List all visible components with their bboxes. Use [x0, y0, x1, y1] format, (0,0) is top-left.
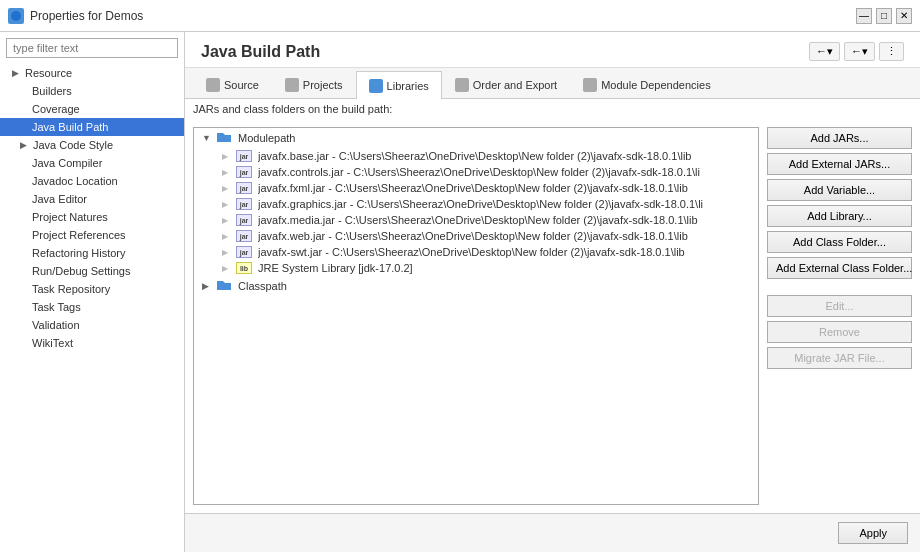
svg-point-0: [11, 11, 21, 21]
sidebar-item-java-compiler[interactable]: Java Compiler: [0, 154, 184, 172]
parent-icon: [216, 130, 232, 146]
bottom-bar: Apply: [185, 513, 920, 552]
jar-icon: jar: [236, 230, 252, 242]
tree-arrow-icon: ▶: [222, 184, 234, 193]
tree-arrow-icon: ▶: [222, 216, 234, 225]
tree-item-label: javafx.fxml.jar - C:\Users\Sheeraz\OneDr…: [258, 182, 688, 194]
add-external-class-folder-button[interactable]: Add External Class Folder...: [767, 257, 912, 279]
tree-item-label: Modulepath: [238, 132, 296, 144]
tree-item-label: Classpath: [238, 280, 287, 292]
sidebar-item-label: Run/Debug Settings: [32, 265, 130, 277]
tree-item-label: javafx.controls.jar - C:\Users\Sheeraz\O…: [258, 166, 700, 178]
maximize-button[interactable]: □: [876, 8, 892, 24]
jar-icon: jar: [236, 198, 252, 210]
tree-item-modulepath[interactable]: ▼Modulepath: [194, 128, 758, 148]
tree-item-javafx-swt[interactable]: ▶jarjavafx-swt.jar - C:\Users\Sheeraz\On…: [194, 244, 758, 260]
tree-item-label: javafx.media.jar - C:\Users\Sheeraz\OneD…: [258, 214, 698, 226]
projects-icon: [285, 78, 299, 92]
tree-arrow-icon: ▶: [222, 152, 234, 161]
sidebar-item-java-editor[interactable]: Java Editor: [0, 190, 184, 208]
tab-projects[interactable]: Projects: [272, 71, 356, 98]
sidebar-item-run-debug-settings[interactable]: Run/Debug Settings: [0, 262, 184, 280]
forward-button[interactable]: ←▾: [844, 42, 875, 61]
sidebar-item-label: Validation: [32, 319, 80, 331]
library-icon: lib: [236, 262, 252, 274]
tree-item-javafx-media[interactable]: ▶jarjavafx.media.jar - C:\Users\Sheeraz\…: [194, 212, 758, 228]
sidebar-item-java-code-style[interactable]: ▶Java Code Style: [0, 136, 184, 154]
tree-arrow-icon: ▶: [222, 264, 234, 273]
sidebar-item-label: Resource: [25, 67, 72, 79]
jar-icon: jar: [236, 182, 252, 194]
jar-icon: jar: [236, 246, 252, 258]
content-body: ▼Modulepath▶jarjavafx.base.jar - C:\User…: [185, 119, 920, 513]
add-library-button[interactable]: Add Library...: [767, 205, 912, 227]
tab-libraries[interactable]: Libraries: [356, 71, 442, 99]
sidebar-item-label: Coverage: [32, 103, 80, 115]
window-title: Properties for Demos: [30, 9, 143, 23]
menu-button[interactable]: ⋮: [879, 42, 904, 61]
tree-wrapper: ▼Modulepath▶jarjavafx.base.jar - C:\User…: [193, 127, 759, 505]
tab-order-export[interactable]: Order and Export: [442, 71, 570, 98]
libraries-icon: [369, 79, 383, 93]
content-header: Java Build Path ←▾ ←▾ ⋮: [185, 32, 920, 68]
back-button[interactable]: ←▾: [809, 42, 840, 61]
sidebar-item-validation[interactable]: Validation: [0, 316, 184, 334]
tree-item-javafx-web[interactable]: ▶jarjavafx.web.jar - C:\Users\Sheeraz\On…: [194, 228, 758, 244]
sidebar-item-wikitext[interactable]: WikiText: [0, 334, 184, 352]
content-title: Java Build Path: [201, 43, 320, 61]
sidebar-item-java-build-path[interactable]: Java Build Path: [0, 118, 184, 136]
tree-item-label: javafx.base.jar - C:\Users\Sheeraz\OneDr…: [258, 150, 691, 162]
content-panel: Java Build Path ←▾ ←▾ ⋮ SourceProjectsLi…: [185, 32, 920, 552]
tree-arrow-icon: ▶: [222, 168, 234, 177]
tree-item-javafx-graphics[interactable]: ▶jarjavafx.graphics.jar - C:\Users\Sheer…: [194, 196, 758, 212]
tree-item-javafx-fxml[interactable]: ▶jarjavafx.fxml.jar - C:\Users\Sheeraz\O…: [194, 180, 758, 196]
tree-panel[interactable]: ▼Modulepath▶jarjavafx.base.jar - C:\User…: [193, 127, 759, 505]
sidebar-item-task-repository[interactable]: Task Repository: [0, 280, 184, 298]
edit-button: Edit...: [767, 295, 912, 317]
tab-label: Source: [224, 79, 259, 91]
button-spacer: [767, 283, 912, 291]
sidebar-item-project-references[interactable]: Project References: [0, 226, 184, 244]
module-icon: [583, 78, 597, 92]
sidebar-item-builders[interactable]: Builders: [0, 82, 184, 100]
sidebar-item-project-natures[interactable]: Project Natures: [0, 208, 184, 226]
sidebar-item-label: Refactoring History: [32, 247, 126, 259]
tree-item-javafx-base[interactable]: ▶jarjavafx.base.jar - C:\Users\Sheeraz\O…: [194, 148, 758, 164]
tree-item-label: javafx.web.jar - C:\Users\Sheeraz\OneDri…: [258, 230, 688, 242]
sidebar-item-label: Project Natures: [32, 211, 108, 223]
minimize-button[interactable]: —: [856, 8, 872, 24]
add-variable-button[interactable]: Add Variable...: [767, 179, 912, 201]
sidebar-item-resource[interactable]: ▶Resource: [0, 64, 184, 82]
tab-module-dependencies[interactable]: Module Dependencies: [570, 71, 723, 98]
migrate-jar-button: Migrate JAR File...: [767, 347, 912, 369]
add-external-jars-button[interactable]: Add External JARs...: [767, 153, 912, 175]
add-jars-button[interactable]: Add JARs...: [767, 127, 912, 149]
tree-arrow-icon: ▼: [202, 133, 214, 143]
tab-source[interactable]: Source: [193, 71, 272, 98]
tree-item-jre-system[interactable]: ▶libJRE System Library [jdk-17.0.2]: [194, 260, 758, 276]
tree-item-label: javafx-swt.jar - C:\Users\Sheeraz\OneDri…: [258, 246, 685, 258]
titlebar: Properties for Demos — □ ✕: [0, 0, 920, 32]
tab-label: Libraries: [387, 80, 429, 92]
sidebar-item-task-tags[interactable]: Task Tags: [0, 298, 184, 316]
close-button[interactable]: ✕: [896, 8, 912, 24]
main-layout: ▶ResourceBuildersCoverageJava Build Path…: [0, 32, 920, 552]
jar-icon: jar: [236, 214, 252, 226]
tree-item-javafx-controls[interactable]: ▶jarjavafx.controls.jar - C:\Users\Sheer…: [194, 164, 758, 180]
sidebar-item-refactoring-history[interactable]: Refactoring History: [0, 244, 184, 262]
tree-item-classpath[interactable]: ▶Classpath: [194, 276, 758, 296]
source-icon: [206, 78, 220, 92]
sidebar-item-label: Project References: [32, 229, 126, 241]
apply-button[interactable]: Apply: [838, 522, 908, 544]
sidebar-item-javadoc-location[interactable]: Javadoc Location: [0, 172, 184, 190]
header-actions: ←▾ ←▾ ⋮: [809, 42, 904, 61]
sidebar-filter-input[interactable]: [6, 38, 178, 58]
tab-label: Order and Export: [473, 79, 557, 91]
sidebar-item-coverage[interactable]: Coverage: [0, 100, 184, 118]
tree-arrow-icon: ▶: [202, 281, 214, 291]
right-buttons-panel: Add JARs...Add External JARs...Add Varia…: [767, 127, 912, 505]
tree-arrow-icon: ▶: [222, 232, 234, 241]
add-class-folder-button[interactable]: Add Class Folder...: [767, 231, 912, 253]
sidebar: ▶ResourceBuildersCoverageJava Build Path…: [0, 32, 185, 552]
jar-icon: jar: [236, 150, 252, 162]
